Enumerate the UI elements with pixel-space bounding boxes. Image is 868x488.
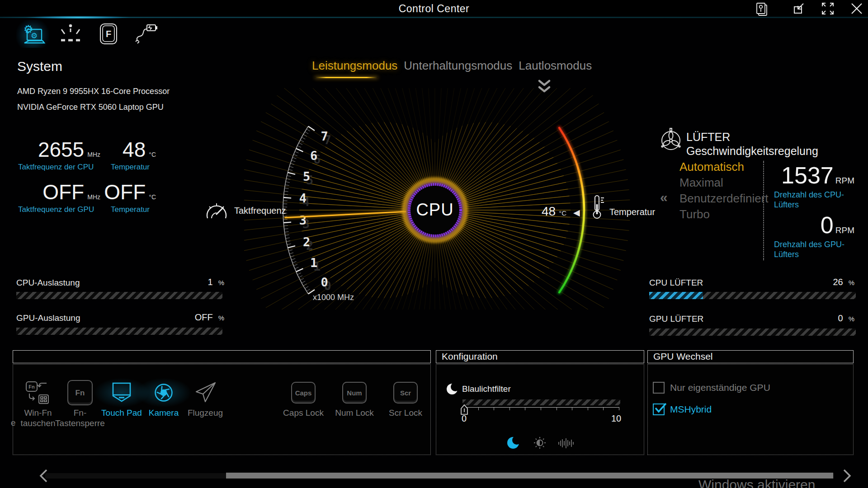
speedometer-icon [204,201,229,220]
thermometer-icon [591,194,605,221]
gauge-scale-number: 6 [310,149,317,163]
svg-text:⚙: ⚙ [31,32,38,40]
active-mode-underline [315,77,378,78]
blaulichtfilter-label: Blaulichtfilter [462,384,511,394]
quick-button-airplane[interactable]: Flugzeug [177,378,233,418]
accent-divider-glow [26,16,130,19]
tab-keyboard-backlight[interactable] [54,20,87,48]
pointer-left-icon: ◀ [573,207,580,218]
tab-power[interactable] [130,20,162,48]
gpu-wechsel-header: GPU Wechsel [647,350,854,363]
cpu-usage-label: CPU-Auslastung [16,278,80,288]
cpu-fan-rpm-label: Drehzahl des CPU-Lüfters [774,190,852,210]
tab-lautlosmodus[interactable]: Lautlosmodus [519,59,592,73]
svg-text:F: F [106,29,111,39]
slider-min-label: 0 [462,413,467,424]
moon-icon [446,382,459,396]
window-title: Control Center [0,3,868,15]
tab-fn-keys[interactable]: F [92,20,125,48]
control-center-window: Control Center [0,0,868,488]
windows-watermark: Windows aktivieren [698,477,815,488]
fan-icon [659,128,683,151]
dedicated-gpu-label[interactable]: Nur eigenständige GPU [670,382,770,393]
gauge-center-label: CPU [416,200,453,219]
fan-mode-turbo[interactable]: Turbo [679,206,769,222]
checkbox-mshybrid[interactable] [653,404,665,415]
sound-toggle-icon[interactable] [558,437,574,449]
cpu-usage-value: 1% [179,277,224,287]
cpu-fan-bar-label: CPU LÜFTER [649,278,703,288]
fan-panel-divider [763,161,764,260]
gpu-usage-value: OFF% [179,312,224,323]
temperature-label: Temperatur [609,207,655,217]
stat-gpu-frequency: OFFMHz Taktfrequenz der GPU [18,180,100,214]
stat-gpu-temperature: OFF°C Temperatur [111,180,156,214]
checkbox-dedicated-gpu[interactable] [653,382,665,394]
cpu-fan-rpm: 1537RPM [769,162,854,189]
fan-mode-list: Automatisch Maximal Benutzerdefiniert Tu… [679,159,769,222]
num-key-icon: Num [326,378,382,408]
fan-section-title: LÜFTER Geschwindigkeitsregelung [686,130,818,158]
stat-cpu-temperature: 48°C Temperatur [111,137,156,172]
gauge-scale-number: 2 [303,235,310,249]
close-icon[interactable] [850,2,863,15]
slider-max-label: 10 [611,413,621,424]
gpu-fan-rpm-label: Drehzahl des GPU-Lüfters [774,239,852,259]
gpu-fan-bar-value: 0% [809,313,854,324]
svg-text:Fn: Fn [28,384,35,389]
info-icon[interactable] [754,2,770,17]
caps-key-icon: Caps [275,378,331,408]
titlebar: Control Center [0,0,868,17]
blue-light-slider-track-hatch [462,399,620,405]
backlight-rays-icon [59,24,82,44]
blue-light-slider-ticks [462,408,620,410]
gauge-scale-unit: x1000 MHz [313,293,354,302]
quick-button-num-lock[interactable]: Num Num Lock [326,378,382,418]
system-heading: System [17,59,62,74]
cpu-fan-bar [649,292,856,299]
power-cable-icon [133,23,159,45]
cpu-fan-bar-value: 26% [809,277,854,287]
stat-cpu-frequency: 2655MHz Taktfrequenz der CPU [18,137,100,172]
gauge-scale-number: 1 [310,256,317,270]
f-key-icon: F [99,23,118,45]
gauge-scale-number: 4 [299,191,307,205]
gauge-scale-number: 0 [321,275,328,289]
mshybrid-label[interactable]: MSHybrid [670,404,712,415]
gpu-usage-label: GPU-Auslastung [16,313,80,323]
temperature-marker: 48 °C ◀ [542,204,580,219]
gauge-scale-number: 5 [303,169,310,183]
airplane-icon [177,378,233,408]
performance-mode-tabs: Leistungsmodus Unterhaltungsmodus Lautlo… [312,59,592,73]
accent-divider [0,17,868,18]
scroll-right-icon[interactable] [842,469,853,483]
fan-mode-benutzerdefiniert[interactable]: Benutzerdefiniert [679,191,769,206]
scr-key-icon: Scr [377,378,434,408]
tab-leistungsmodus[interactable]: Leistungsmodus [312,59,397,73]
quick-button-caps-lock[interactable]: Caps Caps Lock [275,378,331,418]
cpu-usage-bar [16,292,222,299]
taktfrequenz-indicator: Taktfrequenz [204,201,286,220]
brightness-toggle-icon[interactable] [533,436,546,449]
collapse-chevrons-icon[interactable]: « [660,190,668,205]
restore-window-icon[interactable] [792,2,806,15]
gpu-name: NVIDIA GeForce RTX 5060 Laptop GPU [17,103,164,112]
fan-mode-maximal[interactable]: Maximal [679,175,769,191]
fan-mode-automatisch[interactable]: Automatisch [679,159,769,175]
gpu-fan-bar-label: GPU LÜFTER [649,314,703,324]
gpu-fan-rpm: 0RPM [769,211,854,239]
gpu-fan-bar [649,328,856,336]
gpu-usage-bar [16,328,222,335]
gauge-scale-number: 7 [321,129,328,143]
fullscreen-icon[interactable] [821,2,835,15]
laptop-gears-icon: ⚙ ⚙ [20,22,45,46]
quick-button-scr-lock[interactable]: Scr Scr Lock [377,378,434,418]
konfiguration-header: Konfiguration [436,350,644,363]
quick-panel-header [13,350,431,363]
tab-system[interactable]: ⚙ ⚙ [16,20,49,48]
cpu-name: AMD Ryzen 9 9955HX 16-Core Processor [17,87,170,96]
night-mode-toggle-icon[interactable] [506,436,521,450]
tab-unterhaltungsmodus[interactable]: Unterhaltungsmodus [404,59,512,73]
